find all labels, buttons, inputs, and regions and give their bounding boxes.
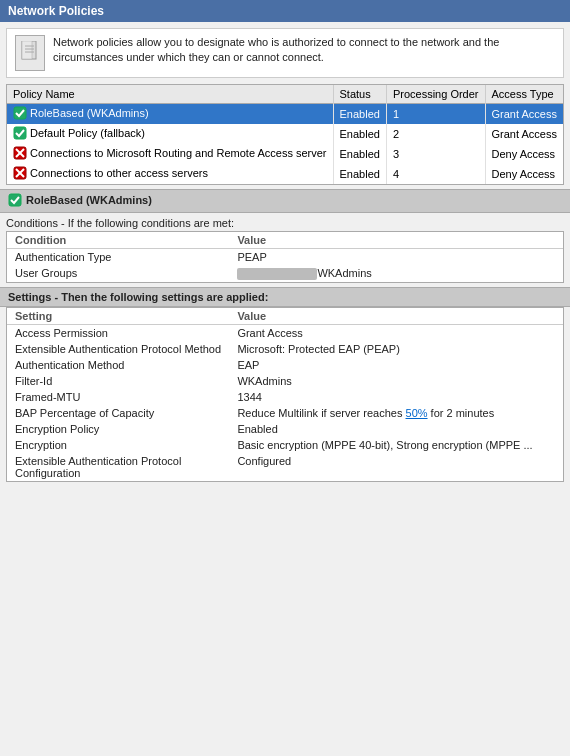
conditions-label: Conditions - If the following conditions… — [6, 213, 564, 231]
condition-value: WKAdmins — [229, 265, 563, 282]
conditions-col-condition: Condition — [7, 232, 229, 249]
selected-policy-icon: RoleBased (WKAdmins) — [8, 193, 152, 207]
row-status: Enabled — [333, 144, 386, 164]
conditions-row: User Groups WKAdmins — [7, 265, 563, 282]
setting-name: Filter-Id — [7, 373, 229, 389]
setting-name: Authentication Method — [7, 357, 229, 373]
row-s: U — [563, 164, 564, 184]
row-order: 4 — [386, 164, 485, 184]
setting-name: Extensible Authentication Protocol Confi… — [7, 453, 229, 481]
settings-table: Setting Value Access Permission Grant Ac… — [7, 308, 563, 481]
conditions-table: Condition Value Authentication Type PEAP… — [7, 232, 563, 282]
setting-name: Encryption Policy — [7, 421, 229, 437]
settings-row: Extensible Authentication Protocol Metho… — [7, 341, 563, 357]
settings-row: Extensible Authentication Protocol Confi… — [7, 453, 563, 481]
row-name: Connections to Microsoft Routing and Rem… — [7, 144, 333, 164]
condition-name: User Groups — [7, 265, 229, 282]
title-label: Network Policies — [8, 4, 104, 18]
settings-table-wrap: Setting Value Access Permission Grant Ac… — [6, 307, 564, 482]
row-order: 2 — [386, 124, 485, 144]
setting-name: Extensible Authentication Protocol Metho… — [7, 341, 229, 357]
row-s: U — [563, 124, 564, 144]
settings-section-header: Settings - Then the following settings a… — [0, 287, 570, 307]
row-name: Connections to other access servers — [7, 164, 333, 184]
conditions-panel: Conditions - If the following conditions… — [6, 213, 564, 283]
row-access: Grant Access — [485, 124, 563, 144]
row-access: Deny Access — [485, 164, 563, 184]
setting-value: EAP — [229, 357, 563, 373]
col-header-s: S — [563, 85, 564, 104]
settings-row: Encryption Basic encryption (MPPE 40-bit… — [7, 437, 563, 453]
settings-col-value: Value — [229, 308, 563, 325]
settings-panel: Setting Value Access Permission Grant Ac… — [6, 307, 564, 482]
col-header-name: Policy Name — [7, 85, 333, 104]
row-s: U — [563, 104, 564, 125]
svg-rect-6 — [14, 127, 26, 139]
policy-table-container: Policy Name Status Processing Order Acce… — [6, 84, 564, 185]
conditions-header-row: Condition Value — [7, 232, 563, 249]
row-status: Enabled — [333, 104, 386, 125]
selected-policy-label: RoleBased (WKAdmins) — [26, 194, 152, 206]
setting-value: WKAdmins — [229, 373, 563, 389]
setting-value: Reduce Multilink if server reaches 50% f… — [229, 405, 563, 421]
table-row[interactable]: Connections to other access servers Enab… — [7, 164, 564, 184]
svg-rect-5 — [14, 107, 26, 119]
setting-value: Microsoft: Protected EAP (PEAP) — [229, 341, 563, 357]
bap-link[interactable]: 50% — [406, 407, 428, 419]
conditions-col-value: Value — [229, 232, 563, 249]
settings-section-label: Settings - Then the following settings a… — [8, 291, 268, 303]
row-access: Deny Access — [485, 144, 563, 164]
row-status: Enabled — [333, 164, 386, 184]
row-status: Enabled — [333, 124, 386, 144]
condition-value: PEAP — [229, 249, 563, 266]
col-header-access: Access Type — [485, 85, 563, 104]
settings-row: Encryption Policy Enabled — [7, 421, 563, 437]
setting-value: Enabled — [229, 421, 563, 437]
table-row[interactable]: Connections to Microsoft Routing and Rem… — [7, 144, 564, 164]
settings-row: Filter-Id WKAdmins — [7, 373, 563, 389]
info-banner: Network policies allow you to designate … — [6, 28, 564, 78]
settings-row: BAP Percentage of Capacity Reduce Multil… — [7, 405, 563, 421]
setting-name: BAP Percentage of Capacity — [7, 405, 229, 421]
row-order: 1 — [386, 104, 485, 125]
settings-row: Access Permission Grant Access — [7, 325, 563, 342]
row-name: RoleBased (WKAdmins) — [7, 104, 333, 125]
document-icon — [15, 35, 45, 71]
condition-name: Authentication Type — [7, 249, 229, 266]
svg-rect-1 — [22, 41, 32, 59]
row-name: Default Policy (fallback) — [7, 124, 333, 144]
policy-table: Policy Name Status Processing Order Acce… — [7, 85, 564, 184]
title-bar: Network Policies — [0, 0, 570, 22]
settings-row: Framed-MTU 1344 — [7, 389, 563, 405]
settings-col-setting: Setting — [7, 308, 229, 325]
col-header-order: Processing Order — [386, 85, 485, 104]
setting-name: Framed-MTU — [7, 389, 229, 405]
table-header-row: Policy Name Status Processing Order Acce… — [7, 85, 564, 104]
selected-policy-header: RoleBased (WKAdmins) — [0, 189, 570, 213]
svg-rect-13 — [9, 194, 21, 206]
conditions-table-wrap: Condition Value Authentication Type PEAP… — [6, 231, 564, 283]
blurred-value — [237, 268, 317, 280]
row-order: 3 — [386, 144, 485, 164]
table-row[interactable]: Default Policy (fallback) Enabled 2 Gran… — [7, 124, 564, 144]
setting-value: Basic encryption (MPPE 40-bit), Strong e… — [229, 437, 563, 453]
conditions-row: Authentication Type PEAP — [7, 249, 563, 266]
setting-name: Access Permission — [7, 325, 229, 342]
table-row[interactable]: RoleBased (WKAdmins) Enabled 1 Grant Acc… — [7, 104, 564, 125]
col-header-status: Status — [333, 85, 386, 104]
setting-name: Encryption — [7, 437, 229, 453]
row-s: U — [563, 144, 564, 164]
setting-value: 1344 — [229, 389, 563, 405]
setting-value: Grant Access — [229, 325, 563, 342]
info-text: Network policies allow you to designate … — [53, 35, 555, 66]
setting-value: Configured — [229, 453, 563, 481]
settings-row: Authentication Method EAP — [7, 357, 563, 373]
row-access: Grant Access — [485, 104, 563, 125]
settings-header-row: Setting Value — [7, 308, 563, 325]
